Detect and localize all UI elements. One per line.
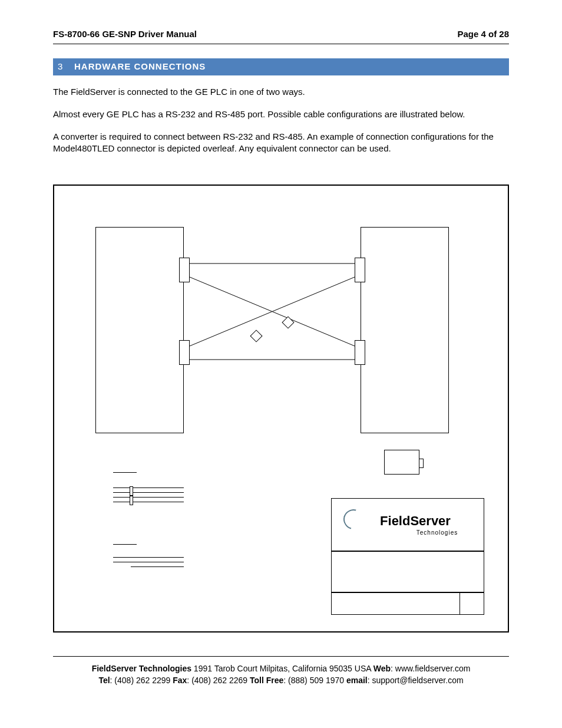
doc-title: FS-8700-66 GE-SNP Driver Manual [53, 28, 197, 40]
page-header: FS-8700-66 GE-SNP Driver Manual Page 4 o… [53, 28, 509, 44]
diagram-port [179, 258, 190, 282]
svg-rect-5 [282, 317, 294, 328]
diagram-panel [331, 592, 484, 615]
diagram-small-box [384, 450, 419, 475]
page-footer: FieldServer Technologies 1991 Tarob Cour… [53, 656, 509, 687]
diagram-box-left [95, 227, 184, 433]
svg-rect-4 [250, 330, 262, 342]
section-title: HARDWARE CONNECTIONS [74, 61, 206, 73]
svg-line-1 [190, 277, 355, 346]
hardware-diagram: FieldServer Technologies [53, 185, 509, 633]
logo-text: FieldServer [380, 512, 451, 530]
diagram-detail-line [113, 472, 137, 473]
diagram-tick [130, 496, 133, 505]
diagram-tick [130, 486, 133, 496]
footer-company: FieldServer Technologies [92, 664, 191, 673]
paragraph: Almost every GE PLC has a RS-232 and RS-… [53, 108, 509, 120]
section-number: 3 [58, 61, 74, 73]
svg-line-2 [190, 277, 355, 346]
diagram-detail-group [113, 487, 184, 506]
diagram-port [355, 258, 365, 282]
logo-panel: FieldServer Technologies [331, 498, 484, 551]
footer-line: Tel: (408) 262 2299 Fax: (408) 262 2269 … [53, 674, 509, 686]
diagram-detail-group [113, 557, 184, 571]
body-text: The FieldServer is connected to the GE P… [53, 86, 509, 155]
diagram-detail-line [113, 544, 137, 545]
section-heading-bar: 3 HARDWARE CONNECTIONS [53, 58, 509, 75]
logo-subtext: Technologies [416, 529, 458, 537]
paragraph: A converter is required to connect betwe… [53, 131, 509, 155]
diagram-box-right [361, 227, 449, 433]
paragraph: The FieldServer is connected to the GE P… [53, 86, 509, 98]
page-number: Page 4 of 28 [457, 28, 509, 40]
diagram-port [179, 340, 190, 365]
diagram-port [355, 340, 365, 365]
fieldserver-logo-icon [340, 505, 367, 532]
diagram-panel [331, 551, 484, 592]
footer-line: FieldServer Technologies 1991 Tarob Cour… [53, 663, 509, 674]
